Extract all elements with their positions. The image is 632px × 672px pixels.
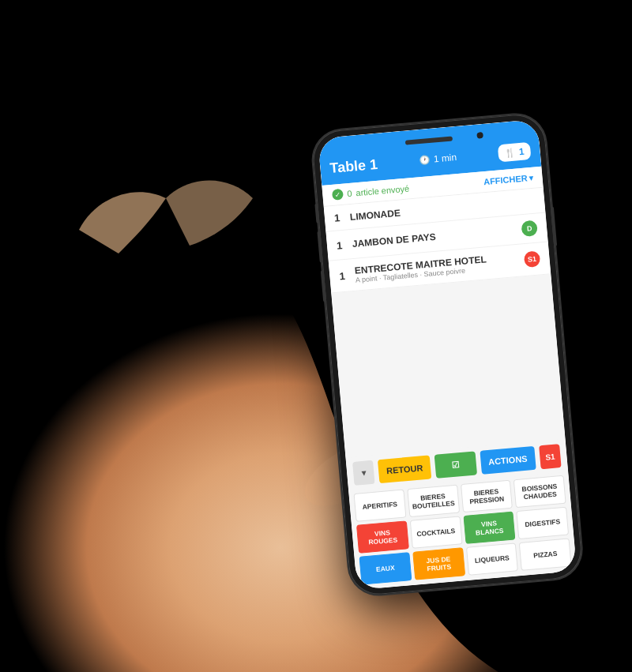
category-label: BIERES PRESSION	[464, 486, 509, 506]
category-aperitifs[interactable]: APERITIFS	[354, 489, 407, 521]
chevron-down-icon: ▾	[361, 467, 367, 479]
category-label: COCKTAILS	[416, 527, 456, 538]
category-jus-de-fruits[interactable]: JUS DE FRUITS	[412, 547, 465, 580]
phone-body: Table 1 🕐 1 min 🍴 1 ✓	[310, 112, 583, 596]
check-icon: ☑	[451, 460, 460, 471]
collapse-button[interactable]: ▾	[352, 460, 375, 486]
category-label: VINS ROUGES	[360, 527, 405, 546]
category-grid: APERITIFS BIERES BOUTEILLES BIERES PRESS…	[348, 471, 577, 590]
retour-button[interactable]: RETOUR	[378, 455, 432, 483]
afficher-label: AFFICHER	[483, 173, 528, 186]
category-bieres-pression[interactable]: BIERES PRESSION	[461, 480, 514, 512]
time-display: 🕐 1 min	[419, 152, 457, 166]
category-bieres-bouteilles[interactable]: BIERES BOUTEILLES	[407, 485, 460, 517]
check-button[interactable]: ☑	[434, 451, 477, 478]
sent-count: 0	[347, 189, 352, 198]
actions-label: ACTIONS	[488, 454, 528, 467]
category-label: EAUX	[376, 564, 395, 573]
power-button	[551, 207, 557, 246]
category-digestifs[interactable]: DIGESTIFS	[516, 507, 569, 539]
s1-label: S1	[545, 452, 555, 461]
sent-label: article envoyé	[356, 183, 410, 197]
category-label: VINS BLANCS	[467, 518, 512, 538]
actions-button[interactable]: ACTIONS	[480, 446, 536, 475]
check-icon: ✓	[332, 189, 344, 201]
category-label: APERITIFS	[362, 500, 397, 511]
category-vins-blancs[interactable]: VINS BLANCS	[463, 512, 516, 544]
category-cocktails[interactable]: COCKTAILS	[410, 516, 463, 548]
fork-knife-icon: 🍴	[504, 147, 516, 158]
app-screen: Table 1 🕐 1 min 🍴 1 ✓	[318, 119, 577, 590]
item-badge: S1	[524, 250, 541, 268]
category-pizzas[interactable]: PIZZAS	[519, 538, 572, 570]
category-label: LIQUEURS	[474, 554, 510, 565]
category-liqueurs[interactable]: LIQUEURS	[465, 542, 518, 575]
cover-badge: 🍴 1	[498, 142, 531, 162]
s1-badge: S1	[539, 444, 562, 469]
sent-status: ✓ 0 article envoyé	[332, 182, 410, 200]
category-eaux[interactable]: EAUX	[359, 552, 412, 584]
spacer	[331, 274, 565, 458]
category-label: JUS DE FRUITS	[416, 554, 461, 573]
time-value: 1 min	[433, 152, 457, 165]
category-vins-rouges[interactable]: VINS ROUGES	[356, 520, 409, 553]
item-qty: 1	[339, 269, 349, 282]
chevron-down-icon: ▾	[529, 173, 533, 182]
clock-icon: 🕐	[419, 154, 431, 165]
silent-button	[314, 204, 319, 223]
category-boissons-chaudes[interactable]: BOISSONS CHAUDES	[514, 475, 566, 508]
phone-inner: Table 1 🕐 1 min 🍴 1 ✓	[318, 119, 577, 590]
item-badge: D	[521, 220, 538, 238]
scene: Table 1 🕐 1 min 🍴 1 ✓	[0, 0, 632, 672]
retour-label: RETOUR	[386, 463, 423, 475]
category-label: DIGESTIFS	[525, 517, 561, 528]
item-qty: 1	[336, 238, 346, 251]
category-label: BIERES BOUTEILLES	[411, 491, 456, 511]
afficher-button[interactable]: AFFICHER ▾	[483, 173, 533, 186]
table-title: Table 1	[329, 156, 378, 176]
item-qty: 1	[333, 212, 344, 224]
cover-count: 1	[518, 146, 525, 158]
volume-up-button	[317, 231, 322, 262]
phone-frame: Table 1 🕐 1 min 🍴 1 ✓	[145, 57, 416, 550]
item-name: JAMBON DE PAYS	[352, 224, 515, 250]
category-label: PIZZAS	[533, 550, 558, 560]
category-label: BOISSONS CHAUDES	[517, 482, 562, 501]
volume-down-button	[321, 270, 326, 302]
